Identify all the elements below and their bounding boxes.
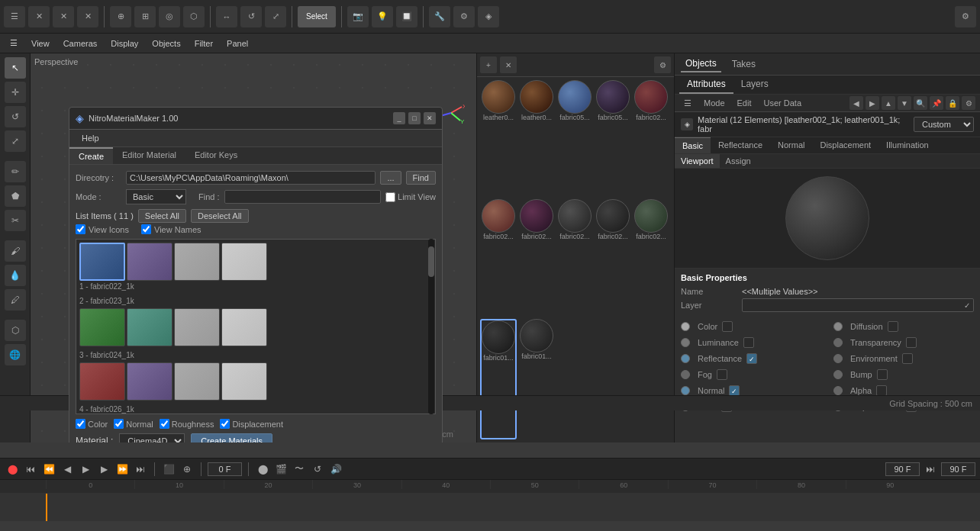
toolbar-icon-menu[interactable]: ☰ [4, 6, 25, 27]
list-item[interactable]: fabric05... [595, 80, 631, 198]
side-icon-select[interactable]: ↖ [5, 57, 26, 79]
sec-menu-filter[interactable]: Filter [189, 37, 219, 50]
tl-btn-motion[interactable]: 〜 [292, 462, 307, 477]
prop-nav-forward[interactable]: ▶ [866, 96, 879, 110]
sec-menu-icon[interactable]: ☰ [4, 37, 24, 50]
tab-objects[interactable]: Objects [681, 56, 721, 72]
prop-menu-userdata[interactable]: User Data [759, 97, 807, 109]
tl-btn-key-add[interactable]: ⊕ [179, 462, 195, 477]
toolbar-icon-grid[interactable]: ⊞ [134, 6, 156, 27]
tl-btn-last[interactable]: ⏭ [133, 462, 148, 477]
prop-nav-settings[interactable]: ⚙ [962, 96, 975, 110]
sec-menu-cameras[interactable]: Cameras [57, 37, 104, 50]
list-item[interactable]: fabric01... [480, 319, 517, 439]
mat-grid-btn-add[interactable]: + [480, 56, 497, 73]
mat-grid-btn-remove[interactable]: ✕ [500, 56, 517, 73]
nmm-maximize[interactable]: □ [408, 112, 421, 124]
prop-luminance-check[interactable] [743, 337, 754, 348]
side-icon-paint[interactable]: 🖌 [5, 240, 26, 262]
toolbar-icon-char[interactable]: 🔧 [429, 6, 450, 27]
prop-menu-edit[interactable]: Edit [733, 97, 756, 109]
tl-btn-key-select[interactable]: ⬛ [161, 462, 176, 477]
nmm-browse-btn[interactable]: ... [380, 171, 401, 185]
nmm-deselect-all-btn[interactable]: Deselect All [191, 209, 248, 223]
side-icon-move[interactable]: ✛ [5, 82, 26, 103]
check-normal-input[interactable] [114, 419, 124, 429]
subtab-normal[interactable]: Normal [770, 137, 812, 153]
nmm-minimize[interactable]: _ [393, 112, 405, 124]
prop-nav-back[interactable]: ◀ [849, 96, 863, 110]
list-scrollbar-thumb[interactable] [428, 246, 434, 277]
material-list[interactable]: 1 - fabric022_1k 2 - fabric023_1k [76, 239, 436, 414]
side-icon-eyedrop[interactable]: 💧 [5, 265, 26, 286]
prop-bump-check[interactable] [877, 369, 888, 380]
list-item[interactable]: leather0... [480, 80, 517, 198]
toolbar-icon-y[interactable]: ✕ [53, 6, 74, 27]
prop-diffusion-check[interactable] [888, 321, 898, 332]
toolbar-icon-scale[interactable]: ⤢ [265, 6, 286, 27]
subtab-reflectance[interactable]: Reflectance [711, 137, 770, 153]
swatch-2-1[interactable] [79, 308, 125, 346]
swatch-3-3[interactable] [174, 362, 220, 401]
mat-grid-btn-settings[interactable]: ⚙ [654, 56, 671, 73]
swatch-2-4[interactable] [221, 308, 267, 346]
prop-normal-check[interactable] [729, 385, 740, 396]
side-icon-scale[interactable]: ⤢ [5, 130, 26, 152]
nmm-dir-input[interactable] [126, 171, 376, 185]
swatch-1-2[interactable] [127, 243, 172, 281]
nmm-select-all-btn[interactable]: Select All [138, 209, 186, 223]
side-icon-globe[interactable]: 🌐 [5, 344, 26, 365]
side-icon-pen[interactable]: 🖊 [5, 289, 26, 311]
tl-btn-record[interactable]: ⬤ [5, 462, 20, 477]
prop-menu-mode[interactable]: Mode [699, 97, 730, 109]
toolbar-icon-move[interactable]: ↔ [216, 6, 237, 27]
list-item[interactable]: fabric02... [556, 199, 593, 317]
nmm-menu-help[interactable]: Help [76, 132, 105, 144]
sec-menu-objects[interactable]: Objects [146, 37, 186, 50]
nmm-create-btn[interactable]: Create Materials [191, 433, 272, 443]
check-roughness-input[interactable] [160, 419, 169, 429]
tl-right-time[interactable] [941, 462, 975, 476]
tl-btn-prev-frame[interactable]: ◀ [60, 462, 75, 477]
tl-btn-sound[interactable]: 🔊 [328, 462, 343, 477]
nmm-view-icons-check[interactable] [76, 224, 85, 234]
side-icon-rotate[interactable]: ↺ [5, 106, 26, 127]
toolbar-icon-snap[interactable]: ⊕ [110, 6, 131, 27]
nmm-find-btn[interactable]: Find [406, 171, 436, 185]
toolbar-icon-x[interactable]: ✕ [28, 6, 50, 27]
tl-btn-play[interactable]: ▶ [78, 462, 93, 477]
tl-btn-first[interactable]: ⏮ [23, 462, 38, 477]
list-item[interactable]: fabric02... [595, 199, 631, 317]
swatch-1-3[interactable] [174, 243, 220, 281]
sec-menu-panel[interactable]: Panel [221, 37, 254, 50]
side-icon-poly[interactable]: ⬟ [5, 185, 26, 207]
nmm-limit-view-check[interactable] [385, 192, 395, 202]
toolbar-icon-light[interactable]: 💡 [372, 6, 393, 27]
nmm-view-names-check[interactable] [141, 224, 151, 234]
nmm-close[interactable]: ✕ [424, 112, 436, 124]
prop-nav-up[interactable]: ▲ [882, 96, 895, 110]
swatch-3-2[interactable] [127, 362, 172, 401]
nmm-find-input[interactable] [224, 190, 382, 204]
tab-attributes[interactable]: Attributes [679, 76, 733, 94]
tl-btn-record2[interactable]: ⬤ [255, 462, 270, 477]
tl-end-frame[interactable] [885, 462, 920, 476]
list-item[interactable]: fabric02... [633, 199, 669, 317]
prop-nav-down[interactable]: ▼ [898, 96, 911, 110]
list-item[interactable]: fabric02... [480, 199, 517, 317]
nmm-tab-editor-keys[interactable]: Editor Keys [185, 147, 247, 164]
tl-current-frame[interactable] [208, 462, 242, 476]
subtab2-viewport[interactable]: Viewport [675, 154, 720, 168]
check-displacement-input[interactable] [220, 419, 230, 429]
tl-btn-anim[interactable]: 🎬 [273, 462, 289, 477]
prop-nav-search[interactable]: 🔍 [914, 96, 927, 110]
tl-btn-next-frame[interactable]: ▶ [96, 462, 111, 477]
sec-menu-view[interactable]: View [25, 37, 56, 50]
toolbar-icon-vol[interactable]: ◈ [478, 6, 499, 27]
nmm-tab-editor-material[interactable]: Editor Material [113, 147, 185, 164]
material-element-dropdown[interactable]: Custom Standard [914, 117, 974, 132]
swatch-2-2[interactable] [127, 308, 172, 346]
nmm-tab-create[interactable]: Create [69, 147, 113, 164]
nmm-material-select[interactable]: Cinema4D [119, 433, 185, 443]
toolbar-icon-z[interactable]: ✕ [77, 6, 98, 27]
